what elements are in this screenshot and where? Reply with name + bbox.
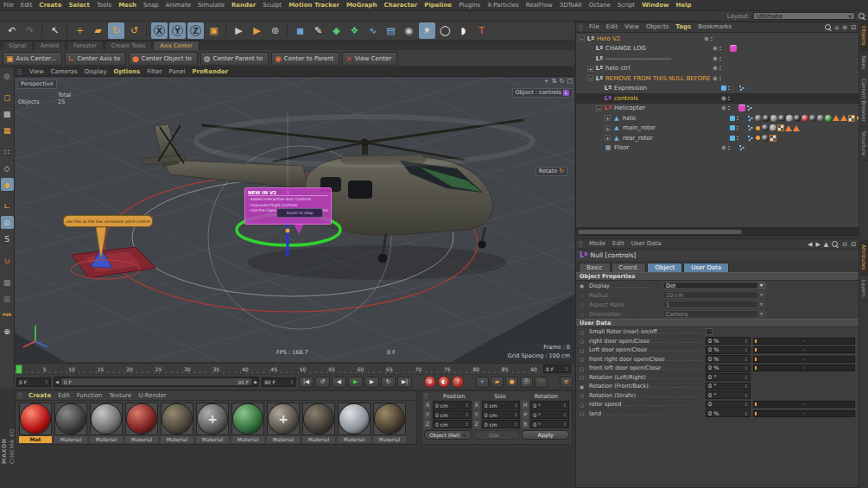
object-tag[interactable] [763,115,770,122]
size-input[interactable]: 0 cm↕ [482,420,521,428]
viewport-menu-item[interactable]: Filter [143,67,165,77]
menu-item[interactable]: Select [65,0,92,11]
hud-gear-button[interactable]: ⊛ [1,325,14,338]
user-data-slider[interactable] [753,410,855,417]
menu-item[interactable]: Animate [162,0,194,11]
timeline-ruler[interactable]: 051015202530354045505560657075808590 0 F… [15,363,574,374]
play-reverse-button[interactable]: ↺ [315,377,330,388]
menu-item[interactable]: Character [381,0,421,11]
position-input[interactable]: 0 cm↕ [433,420,472,428]
prev-object-icon[interactable]: ◀ [808,241,812,248]
user-data-value-input[interactable]: 0 °↕ [706,383,751,390]
animation-dot-icon[interactable]: ○ [580,301,586,307]
range-left-arrow-icon[interactable]: ◀ [54,379,60,384]
panel-grip[interactable] [18,392,22,399]
material-name[interactable]: Material [302,436,335,443]
object-tag[interactable] [756,126,760,130]
object-tag[interactable] [778,115,785,122]
menu-item[interactable]: Edit [17,0,36,11]
object-tree-row[interactable]: Lº CHANGE LOG [576,44,858,54]
object-tag[interactable] [777,124,784,131]
object-name[interactable]: REMOVE FROM THIS NULL BEFORE USING [605,75,713,82]
animation-dot-icon[interactable]: ◉ [580,282,586,288]
animation-dot-icon[interactable]: ○ [580,338,586,344]
loop-button[interactable]: ↻ [381,377,396,388]
add-generator-button[interactable]: ◆ [328,22,345,39]
material-swatch[interactable]: + Material [89,402,124,443]
object-tag[interactable] [794,115,801,122]
expand-toggle-icon[interactable]: − [579,35,585,41]
material-name[interactable]: Mat [19,436,52,443]
chevron-down-icon[interactable]: ▼ [757,282,765,288]
annotation-callout[interactable]: use this as the live animation pitch con… [63,215,153,227]
horizontal-scrollbar[interactable] [576,227,858,235]
object-name[interactable]: ------------------------------ [605,55,713,62]
chevron-down-icon[interactable]: ▼ [757,301,765,307]
palette-tab[interactable]: Arnold [34,41,66,50]
animation-dot-icon[interactable]: ○ [580,292,586,298]
rotation-input[interactable]: 0 °↕ [530,401,569,409]
animation-dot-icon[interactable]: ○ [580,329,586,335]
snap-magnet-button[interactable]: ∪ [1,254,14,267]
next-frame-button[interactable]: ▶ [364,377,379,388]
panel-tab[interactable]: Takes [860,51,868,74]
user-data-value-input[interactable]: 0↕ [706,401,751,409]
attribute-menu-item[interactable]: User Data [628,238,665,250]
redo-icon[interactable]: ↷ [22,22,38,39]
object-tag[interactable] [840,115,847,121]
add-deformer-button[interactable]: ▤ [383,22,399,39]
attribute-menu-item[interactable]: Mode [586,238,609,250]
menu-item[interactable]: Tools [93,0,115,11]
object-tree-row[interactable]: + Lº helo ctrl [576,64,858,74]
object-tag[interactable] [738,105,745,111]
x-axis-lock-button[interactable]: X [151,22,168,39]
user-data-slider[interactable] [753,401,855,408]
workplane-lock-button[interactable]: ▦ [1,276,14,288]
material-swatch[interactable]: + Material [124,402,159,443]
attribute-tab[interactable]: Basic [579,263,611,272]
palette-tab[interactable]: Create Tools [105,41,153,50]
orbit-icon[interactable]: ↻ [560,78,565,85]
visibility-toggles[interactable] [721,86,738,91]
object-tag[interactable] [762,135,769,142]
object-tag[interactable] [738,85,745,92]
menu-item[interactable]: X-Particles [484,0,522,11]
material-menu-item[interactable]: Create [25,390,54,402]
autokeying-button[interactable]: ◐ [438,376,450,388]
object-tree-row[interactable]: Lº Expression [576,84,858,94]
viewport-menu-item[interactable]: Panel [166,67,189,77]
attribute-tab[interactable]: Object [647,263,682,272]
scale-tool-icon[interactable]: ▰ [90,22,106,39]
section-object-properties[interactable]: Object Properties [576,272,858,281]
object-type-icon[interactable]: Lº [595,45,604,52]
model-mode-button[interactable]: ◻ [1,91,14,104]
object-tag[interactable] [848,115,855,122]
menu-item[interactable]: Render [228,0,259,11]
key-rotation-toggle[interactable]: ● [505,377,518,388]
object-type-icon[interactable]: Lº [595,75,604,82]
coordinate-mode-select[interactable]: Object (Rel)▼ [424,430,472,440]
object-tree-row[interactable]: Lº controls [576,93,858,104]
object-tag[interactable] [801,115,808,122]
render-view-button[interactable]: ▶ [231,22,247,39]
user-data-value-input[interactable]: 0 %↕ [706,346,751,354]
object-tag[interactable] [817,115,824,122]
chevron-down-icon[interactable]: ▼ [757,311,765,317]
user-data-slider[interactable] [753,356,855,363]
history-icon[interactable]: ⊡ [851,241,856,248]
add-floor-button[interactable]: ◯ [437,22,453,39]
material-swatch[interactable]: + Material [372,402,407,443]
visibility-toggles[interactable] [704,36,721,41]
timeline-playhead[interactable] [16,364,22,374]
search-icon[interactable] [825,24,832,31]
timeline-layout-button[interactable]: ≡ [560,377,573,388]
position-input[interactable]: 0 cm↕ [433,401,472,409]
rotation-input[interactable]: 0 °↕ [530,420,569,428]
user-data-value-input[interactable]: 0 °↕ [706,373,751,381]
object-name[interactable]: Helo V2 [597,35,704,42]
rotate-hud-chip[interactable]: Rotate ↻ [535,167,567,176]
add-camera-button[interactable]: ◉ [401,22,417,39]
object-type-icon[interactable]: Lº [604,95,612,102]
points-mode-button[interactable]: ∷ [1,145,14,158]
visibility-toggles[interactable] [721,105,738,111]
